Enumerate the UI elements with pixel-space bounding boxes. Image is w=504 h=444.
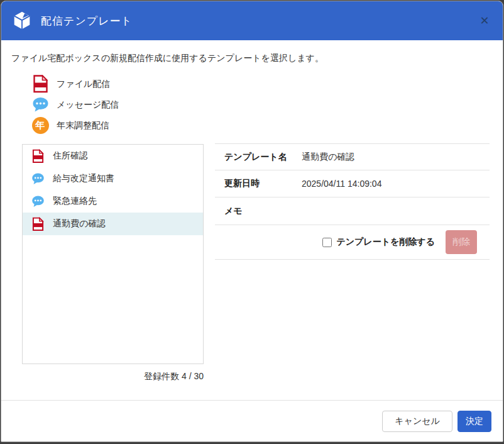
file-icon bbox=[31, 75, 49, 93]
list-item[interactable]: 住所確認 bbox=[23, 145, 203, 167]
template-type-legend: ファイル配信 メッセージ配信 年 年末調整配信 bbox=[31, 74, 119, 136]
year-end-icon: 年 bbox=[31, 117, 49, 134]
list-item-label: 緊急連絡先 bbox=[53, 196, 97, 207]
detail-value: 通勤費の確認 bbox=[302, 152, 354, 163]
template-list: 住所確認 給与改定通知書 bbox=[22, 144, 204, 364]
delete-checkbox-label: テンプレートを削除する bbox=[336, 236, 435, 248]
detail-row-name: テンプレート名 通勤費の確認 bbox=[215, 144, 490, 170]
message-icon bbox=[31, 195, 45, 208]
list-item-label: 通勤費の確認 bbox=[53, 218, 106, 230]
type-row-message: メッセージ配信 bbox=[31, 94, 119, 115]
list-item[interactable]: 給与改定通知書 bbox=[23, 167, 203, 190]
dialog-description: ファイル宅配ボックスの新規配信作成に使用するテンプレートを選択します。 bbox=[11, 52, 324, 64]
delete-template-checkbox-wrap[interactable]: テンプレートを削除する bbox=[322, 236, 435, 248]
package-cube-icon bbox=[11, 10, 33, 31]
detail-row-updated: 更新日時 2025/04/11 14:09:04 bbox=[215, 170, 490, 197]
detail-label: テンプレート名 bbox=[215, 152, 302, 163]
registered-count: 登録件数 4 / 30 bbox=[22, 371, 204, 382]
detail-value: 2025/04/11 14:09:04 bbox=[302, 179, 381, 189]
message-icon bbox=[31, 172, 45, 186]
message-icon bbox=[31, 96, 49, 113]
distribution-template-dialog: 配信テンプレート ✕ ファイル宅配ボックスの新規配信作成に使用するテンプレートを… bbox=[1, 1, 503, 442]
list-item-label: 給与改定通知書 bbox=[53, 173, 114, 184]
file-icon bbox=[31, 217, 45, 231]
detail-label: 更新日時 bbox=[215, 178, 302, 189]
detail-label: メモ bbox=[215, 206, 302, 217]
cancel-button[interactable]: キャンセル bbox=[382, 411, 452, 432]
delete-template-checkbox[interactable] bbox=[322, 238, 332, 247]
list-item-selected[interactable]: 通勤費の確認 bbox=[23, 213, 203, 235]
type-row-year-end: 年 年末調整配信 bbox=[31, 115, 119, 136]
list-item-label: 住所確認 bbox=[53, 150, 88, 162]
file-icon bbox=[31, 149, 45, 164]
detail-row-memo: メモ bbox=[215, 197, 490, 225]
type-label: メッセージ配信 bbox=[57, 99, 119, 111]
list-item[interactable]: 緊急連絡先 bbox=[23, 190, 203, 213]
confirm-button[interactable]: 決定 bbox=[457, 411, 491, 432]
type-row-file: ファイル配信 bbox=[31, 74, 119, 94]
detail-row-delete: テンプレートを削除する 削除 bbox=[215, 225, 490, 260]
type-label: 年末調整配信 bbox=[57, 120, 109, 131]
dialog-footer: キャンセル 決定 bbox=[1, 400, 503, 441]
close-icon[interactable]: ✕ bbox=[476, 13, 493, 29]
dialog-header: 配信テンプレート ✕ bbox=[1, 1, 503, 40]
type-label: ファイル配信 bbox=[57, 79, 110, 90]
template-details: テンプレート名 通勤費の確認 更新日時 2025/04/11 14:09:04 … bbox=[215, 143, 490, 260]
dialog-title: 配信テンプレート bbox=[41, 14, 133, 28]
delete-button[interactable]: 削除 bbox=[446, 230, 477, 254]
